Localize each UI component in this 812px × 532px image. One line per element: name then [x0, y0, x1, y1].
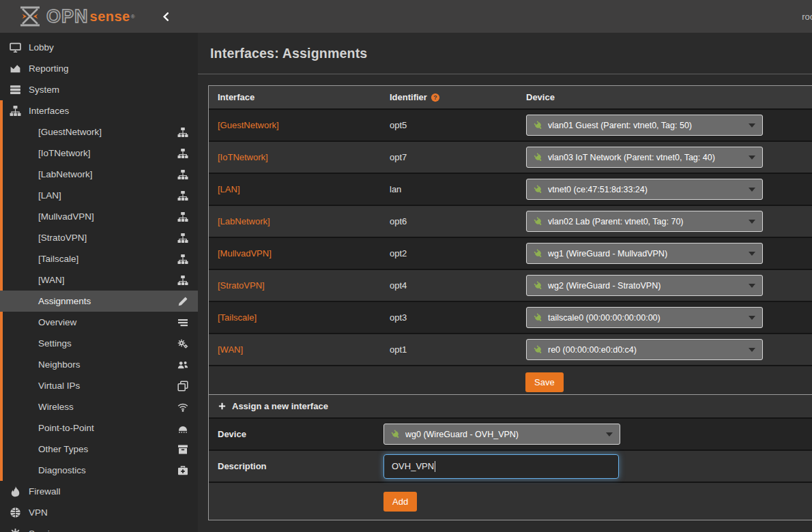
interface-link[interactable]: [GuestNetwork]: [218, 120, 279, 130]
sidebar-item-label: [LabNetwork]: [38, 169, 93, 179]
sidebar-item-label: VPN: [29, 507, 48, 518]
device-select[interactable]: tailscale0 (00:00:00:00:00:00): [526, 307, 763, 328]
interface-link[interactable]: [MullvadVPN]: [218, 248, 272, 258]
page-header: Interfaces: Assignments: [198, 33, 812, 74]
sidebar-item-interfaces[interactable]: Interfaces: [0, 100, 198, 121]
table-row-wan: [WAN]opt1re0 (00:00:00:e0:d0:c4): [209, 333, 812, 365]
identifier-cell: opt1: [381, 344, 517, 355]
sidebar-item-iotnetwork[interactable]: [IoTNetwork]: [0, 143, 198, 164]
globe-icon: [10, 507, 21, 518]
device-select-value: tailscale0 (00:00:00:00:00:00): [548, 313, 661, 323]
device-select[interactable]: re0 (00:00:00:e0:d0:c4): [526, 339, 763, 360]
sidebar-item-reporting[interactable]: Reporting: [0, 58, 198, 79]
chevron-left-icon[interactable]: [161, 12, 171, 22]
server-icon: [10, 84, 21, 95]
logo-text-opn: OPN: [46, 8, 89, 26]
sidebar-item-vpn[interactable]: VPN: [0, 502, 198, 523]
list-icon: [177, 317, 188, 328]
sidebar-item-assignments[interactable]: Assignments: [0, 291, 198, 312]
assignments-table: Interface Identifier ? Device [GuestNetw…: [208, 85, 812, 398]
archive-icon: [177, 444, 188, 455]
sidebar-item-label: Reporting: [29, 63, 69, 74]
sidebar-item-stratovpn[interactable]: [StratoVPN]: [0, 227, 198, 248]
user-menu[interactable]: roo: [802, 12, 812, 22]
sidebar-item-firewall[interactable]: Firewall: [0, 481, 198, 502]
top-header: OPN sense ® roo: [0, 0, 812, 33]
sidebar-item-services[interactable]: Services: [0, 523, 198, 532]
table-row-iotnetwork: [IoTNetwork]opt7vlan03 IoT Network (Pare…: [209, 141, 812, 173]
question-circle-icon[interactable]: ?: [431, 93, 440, 102]
sidebar-item-label: [LAN]: [38, 190, 61, 201]
device-row: Device wg0 (WireGuard - OVH_VPN): [209, 417, 812, 449]
sidebar-item-wireless[interactable]: Wireless: [0, 396, 198, 417]
clone-icon: [177, 381, 188, 391]
sidebar-item-tailscale[interactable]: [Tailscale]: [0, 248, 198, 269]
sidebar-item-label: Settings: [38, 338, 72, 349]
sitemap-icon: [177, 275, 188, 286]
column-header-interface: Interface: [209, 92, 381, 102]
interface-link[interactable]: [LabNetwork]: [218, 216, 270, 226]
plug-icon: [532, 247, 545, 261]
identifier-cell: opt5: [381, 120, 517, 130]
device-select-value: vlan02 Lab (Parent: vtnet0, Tag: 70): [548, 217, 684, 226]
save-button[interactable]: Save: [525, 372, 564, 392]
text-cursor: [435, 461, 435, 472]
sidebar-item-label: [GuestNetwork]: [38, 127, 102, 137]
identifier-cell: opt3: [381, 312, 517, 323]
sidebar-item-neighbors[interactable]: Neighbors: [0, 354, 198, 375]
plug-icon: [532, 119, 545, 132]
device-select-value: vlan03 IoT Network (Parent: vtnet0, Tag:…: [548, 153, 715, 162]
interface-link[interactable]: [StratoVPN]: [218, 280, 265, 291]
sitemap-icon: [177, 190, 188, 201]
device-label: Device: [209, 429, 375, 439]
sidebar-item-lobby[interactable]: Lobby: [0, 37, 198, 58]
sidebar-item-labnetwork[interactable]: [LabNetwork]: [0, 164, 198, 185]
interface-link[interactable]: [Tailscale]: [218, 312, 257, 323]
sidebar-item-lan[interactable]: [LAN]: [0, 185, 198, 206]
sidebar-item-mullvadvpn[interactable]: [MullvadVPN]: [0, 206, 198, 227]
sidebar-item-virtual-ips[interactable]: Virtual IPs: [0, 375, 198, 396]
area-chart-icon: [10, 63, 21, 74]
device-select[interactable]: vlan01 Guest (Parent: vtnet0, Tag: 50): [526, 115, 763, 136]
sidebar-item-label: System: [29, 85, 59, 95]
caret-down-icon: [749, 252, 755, 256]
device-select[interactable]: vlan02 Lab (Parent: vtnet0, Tag: 70): [526, 211, 763, 232]
sidebar-item-label: [MullvadVPN]: [38, 211, 94, 222]
sitemap-icon: [10, 105, 21, 117]
caret-down-icon: [749, 220, 755, 224]
plug-icon: [532, 279, 545, 293]
sidebar-item-diagnostics[interactable]: Diagnostics: [0, 460, 198, 481]
table-row-mullvadvpn: [MullvadVPN]opt2wg1 (WireGuard - Mullvad…: [209, 237, 812, 269]
interface-link[interactable]: [LAN]: [218, 184, 240, 194]
opnsense-logo[interactable]: OPN sense ®: [18, 6, 135, 27]
sidebar-item-point-to-point[interactable]: Point-to-Point: [0, 417, 198, 439]
svg-text:?: ?: [433, 94, 437, 101]
medkit-icon: [177, 465, 188, 476]
sidebar-item-system[interactable]: System: [0, 79, 198, 100]
plug-icon: [532, 215, 545, 228]
assign-new-header: Assign a new interface: [209, 395, 812, 417]
add-button[interactable]: Add: [383, 492, 417, 512]
device-select[interactable]: wg2 (WireGuard - StratoVPN): [526, 275, 763, 296]
table-header-row: Interface Identifier ? Device: [209, 86, 812, 108]
save-row: Save: [209, 365, 812, 398]
caret-down-icon: [749, 284, 755, 288]
device-select[interactable]: vtnet0 (ce:47:51:8d:33:24): [526, 179, 763, 200]
interface-link[interactable]: [WAN]: [218, 344, 243, 355]
table-row-guestnetwork: [GuestNetwork]opt5vlan01 Guest (Parent: …: [209, 108, 812, 141]
description-input[interactable]: OVH_VPN: [383, 454, 619, 479]
sidebar-item-guestnetwork[interactable]: [GuestNetwork]: [0, 121, 198, 143]
description-label: Description: [209, 461, 375, 471]
caret-down-icon: [749, 316, 755, 320]
sidebar-item-other-types[interactable]: Other Types: [0, 439, 198, 460]
opnsense-logo-icon: [18, 6, 42, 27]
sidebar-item-label: Overview: [38, 317, 76, 327]
device-select[interactable]: vlan03 IoT Network (Parent: vtnet0, Tag:…: [526, 147, 763, 168]
sidebar-item-overview[interactable]: Overview: [0, 312, 198, 333]
sidebar-item-wan[interactable]: [WAN]: [0, 269, 198, 291]
device-select[interactable]: wg1 (WireGuard - MullvadVPN): [526, 243, 763, 264]
interface-link[interactable]: [IoTNetwork]: [218, 152, 268, 162]
new-device-select[interactable]: wg0 (WireGuard - OVH_VPN): [383, 424, 620, 445]
sidebar-item-settings[interactable]: Settings: [0, 333, 198, 354]
logo-trademark: ®: [131, 14, 135, 20]
